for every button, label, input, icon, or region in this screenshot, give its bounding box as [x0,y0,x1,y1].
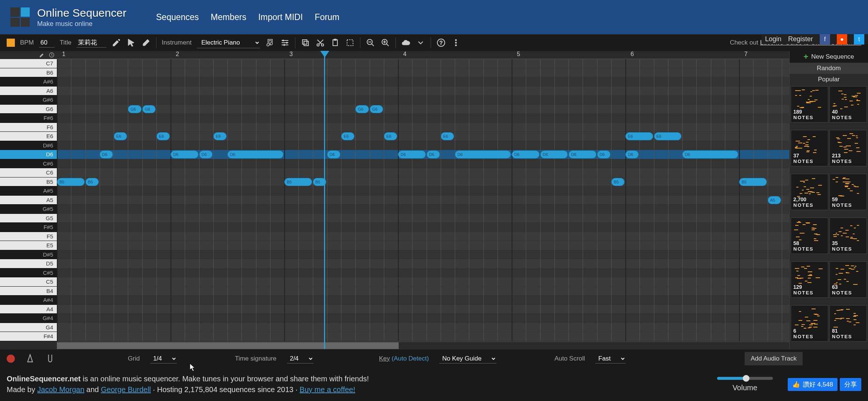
note-options-icon[interactable] [265,38,275,48]
key-F#6[interactable]: F#6 [0,114,57,123]
zoom-out-icon[interactable] [366,38,375,48]
nav-members[interactable]: Members [211,12,246,22]
help-icon[interactable]: ? [436,38,446,48]
fb-share-button[interactable]: 分享 [840,378,861,391]
key-B5[interactable]: B5 [0,177,57,187]
key-D#5[interactable]: D#5 [0,250,57,260]
note-E6[interactable]: E6 [625,132,653,140]
grid-row-F#6[interactable] [57,114,789,123]
key-B4[interactable]: B4 [0,287,57,296]
scrollbar-thumb[interactable] [57,342,399,349]
grid-row-F6[interactable] [57,123,789,132]
add-audio-track-button[interactable]: Add Audio Track [745,352,803,365]
grid-row-B4[interactable] [57,287,789,296]
grid-row-B5[interactable] [57,177,789,187]
sequence-thumb[interactable]: 2,700NOTES [791,174,828,210]
key-A5[interactable]: A5 [0,196,57,205]
copy-icon[interactable] [301,38,310,48]
cloud-save-icon[interactable] [401,38,411,48]
bpm-input[interactable] [39,38,55,48]
note-G6[interactable]: G6 [128,105,141,113]
sequence-thumb[interactable]: 81NOTES [829,305,867,342]
more-icon[interactable] [451,38,461,48]
key-E6[interactable]: E6 [0,132,57,141]
key-C6[interactable]: C6 [0,168,57,177]
grid-row-G#5[interactable] [57,205,789,214]
coffee-link[interactable]: Buy me a coffee! [299,385,355,394]
note-D6[interactable]: D6 [512,150,540,159]
tab-random[interactable]: Random [790,63,868,74]
twitter-icon[interactable]: t [854,34,864,45]
sequence-thumb[interactable]: 189NOTES [791,86,828,123]
key-G#6[interactable]: G#6 [0,95,57,105]
login-link[interactable]: Login [765,35,781,43]
key-G6[interactable]: G6 [0,105,57,114]
key-F6[interactable]: F6 [0,123,57,132]
note-B5[interactable]: B5 [85,178,99,186]
note-E6[interactable]: E6 [654,132,682,140]
note-B5[interactable]: B5 [284,178,312,186]
note-D6[interactable]: D6 [569,150,596,159]
note-B5[interactable]: B5 [611,178,625,186]
reddit-icon[interactable]: ● [837,34,847,45]
select-icon[interactable] [345,38,355,48]
sequence-thumb[interactable]: 35NOTES [829,218,867,254]
key-G4[interactable]: G4 [0,323,57,332]
eraser-tool-icon[interactable] [141,38,151,48]
note-D6[interactable]: D6 [540,150,568,159]
grid-row-A#4[interactable] [57,296,789,305]
title-input[interactable] [77,38,106,48]
key-select[interactable]: No Key Guide [439,354,496,363]
autoscroll-select[interactable]: Fast [595,354,626,363]
sequence-thumb[interactable]: 129NOTES [791,261,828,298]
timesig-select[interactable]: 2/4 [287,354,314,363]
key-A#4[interactable]: A#4 [0,296,57,305]
sequence-thumb[interactable]: 40NOTES [829,86,867,123]
note-G6[interactable]: G6 [355,105,369,113]
playhead[interactable] [324,51,325,349]
nav-forum[interactable]: Forum [315,12,339,22]
grid-row-C7[interactable] [57,59,789,68]
note-D6[interactable]: D6 [625,150,639,159]
grid-row-G6[interactable] [57,105,789,114]
grid-row-D#5[interactable] [57,250,789,260]
tuning-icon[interactable] [45,354,55,363]
grid-row-G#6[interactable] [57,95,789,105]
cut-icon[interactable] [315,38,325,48]
new-sequence-button[interactable]: + New Sequence [790,51,868,63]
note-D6[interactable]: D6 [427,150,440,159]
key-C5[interactable]: C5 [0,277,57,287]
grid-row-D#6[interactable] [57,141,789,150]
key-A#5[interactable]: A#5 [0,186,57,196]
grid-row-C#5[interactable] [57,268,789,278]
note-D6[interactable]: D6 [597,150,610,159]
grid-row-F5[interactable] [57,232,789,241]
note-D6[interactable]: D6 [199,150,213,159]
play-stop-button[interactable] [7,39,15,47]
note-B5[interactable]: B5 [739,178,767,186]
metronome-icon[interactable] [25,354,35,363]
note-D6[interactable]: D6 [100,150,113,159]
pointer-tool-icon[interactable] [126,38,136,48]
note-E6[interactable]: E6 [441,132,454,140]
key-C#5[interactable]: C#5 [0,268,57,278]
note-D6[interactable]: D6 [455,150,511,159]
note-grid[interactable]: 1234567 B5B5D6E6G6G6E6D6D6E6D6B5B5D6E6G6… [57,51,789,349]
chevron-down-icon[interactable] [416,38,425,48]
key-F5[interactable]: F5 [0,232,57,241]
grid-select[interactable]: 1/4 [150,354,177,363]
record-button[interactable] [7,355,15,363]
note-E6[interactable]: E6 [114,132,127,140]
key-A#6[interactable]: A#6 [0,77,57,87]
key-E5[interactable]: E5 [0,241,57,250]
sequence-thumb[interactable]: 63NOTES [829,261,867,298]
key-A4[interactable]: A4 [0,305,57,314]
key-D6[interactable]: D6 [0,150,57,159]
key-D5[interactable]: D5 [0,259,57,268]
fb-like-button[interactable]: 👍 讚好 4,548 [788,378,838,391]
nav-sequences[interactable]: Sequences [156,12,199,22]
paste-icon[interactable] [330,38,340,48]
note-D6[interactable]: D6 [227,150,284,159]
note-D6[interactable]: D6 [398,150,426,159]
sequence-thumb[interactable]: 37NOTES [791,130,828,166]
